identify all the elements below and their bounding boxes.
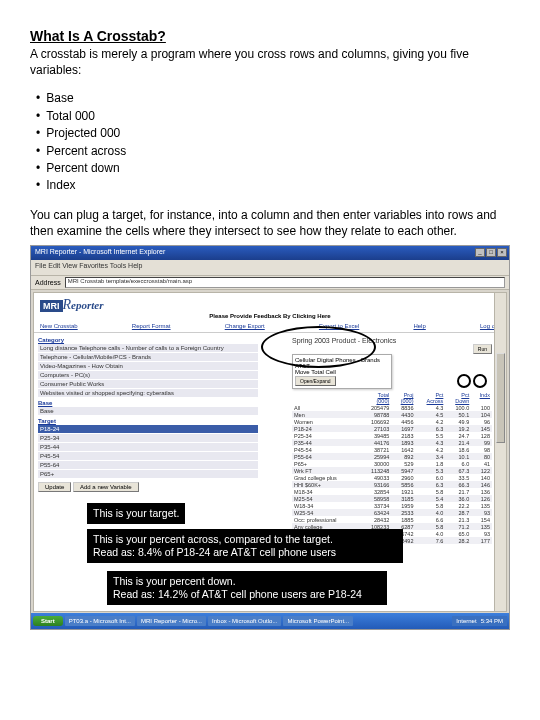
system-tray[interactable]: Internet 5:34 PM [452,616,507,626]
nav-link[interactable]: Change Export [225,323,265,332]
table-row: M25-545895831855.436.0126 [292,495,492,502]
target-row[interactable]: P35-44 [38,443,258,451]
table-cell: 19.2 [445,425,471,432]
target-row[interactable]: P25-34 [38,434,258,442]
table-cell: 63424 [359,509,391,516]
table-row: HHI $60K+9316658566.366.3146 [292,481,492,488]
table-cell: Women [292,418,359,425]
taskbar-item[interactable]: Microsoft PowerPoint... [283,616,353,626]
target-header: Target [38,418,258,424]
run-button[interactable]: Run [473,344,492,354]
nav-link[interactable]: Help [413,323,425,332]
tray-clock: 5:34 PM [481,618,503,624]
ie-menu[interactable]: File Edit View Favorites Tools Help [31,260,509,276]
table-cell: 6.6 [415,516,445,523]
table-cell: 128 [471,432,492,439]
table-cell: 1642 [391,446,415,453]
add-variable-button[interactable]: Add a new Variable [73,482,139,492]
nav-link[interactable]: Report Format [132,323,171,332]
taskbar-item[interactable]: Inbox - Microsoft Outlo... [208,616,281,626]
close-button[interactable]: × [497,248,507,257]
popup-line: Move Total Cell [295,369,389,375]
feedback-link[interactable]: Please Provide Feedback By Clicking Here [34,313,506,319]
table-cell: 33.5 [445,474,471,481]
table-row: P25-343948521835.524.7128 [292,432,492,439]
table-cell: 44176 [359,439,391,446]
table-cell: 140 [471,474,492,481]
hover-popup: Cellular Digital Phones - Brands AT&T Mo… [292,354,392,389]
window-title: MRI Reporter - Microsoft Internet Explor… [35,248,165,255]
table-cell: 65.0 [445,530,471,537]
table-row: P65+300005291.86.041 [292,460,492,467]
table-cell: 4.0 [415,530,445,537]
list-item: Percent across [36,143,510,160]
table-cell: 135 [471,523,492,530]
callout-percent-across: This is your percent across, compared to… [87,529,403,563]
table-cell: 49033 [359,474,391,481]
category-row[interactable]: Consumer Public Works [38,380,258,388]
table-cell: M25-54 [292,495,359,502]
table-cell: 5.3 [415,467,445,474]
nav-link[interactable]: Export to Excel [319,323,359,332]
table-cell: 136 [471,488,492,495]
category-row[interactable]: Video-Magazines - How Obtain [38,362,258,370]
table-cell: 96 [471,418,492,425]
table-cell: 205479 [359,404,391,411]
table-cell: 66.3 [445,481,471,488]
address-input[interactable]: MRI Crosstab template/execcrosstab/main.… [65,277,505,288]
table-cell: 67.3 [445,467,471,474]
start-button[interactable]: Start [33,616,63,626]
table-cell: Wrk FT [292,467,359,474]
table-cell: 2960 [391,474,415,481]
intro-text: A crosstab is merely a program where you… [30,46,510,78]
app-content: MRIReporter Please Provide Feedback By C… [33,292,507,612]
table-cell: 24.7 [445,432,471,439]
category-row[interactable]: Telephone - Cellular/Mobile/PCS - Brands [38,353,258,361]
maximize-button[interactable]: □ [486,248,496,257]
nav-link[interactable]: New Crosstab [40,323,78,332]
app-logo: MRIReporter [40,297,103,313]
table-row: M18-343285419215.821.7136 [292,488,492,495]
table-cell: 36.0 [445,495,471,502]
target-row[interactable]: P45-54 [38,452,258,460]
table-cell: 28.2 [445,537,471,544]
table-cell: P55-64 [292,453,359,460]
category-row[interactable]: Websites visited or shopped specifying: … [38,389,258,397]
callout-text: This is your target. [93,507,179,519]
scrollbar[interactable] [494,293,506,611]
category-row[interactable]: Computers - PC(s) [38,371,258,379]
taskbar-item[interactable]: MRI Reporter - Micro... [137,616,206,626]
table-cell: 106692 [359,418,391,425]
table-cell: P25-34 [292,432,359,439]
page-title: What Is A Crosstab? [30,28,510,44]
table-cell: 21.3 [445,516,471,523]
table-cell: 4.3 [415,439,445,446]
table-cell: 28.7 [445,509,471,516]
popup-expand-button[interactable]: Open/Expand [295,376,336,386]
table-cell: 8836 [391,404,415,411]
table-cell: 1893 [391,439,415,446]
scrollbar-thumb[interactable] [496,353,505,443]
base-row[interactable]: Base [38,407,258,415]
category-row[interactable]: Long distance Telephone calls - Number o… [38,344,258,352]
table-cell: 135 [471,502,492,509]
table-cell: 4.5 [415,411,445,418]
target-row[interactable]: P65+ [38,470,258,478]
update-button[interactable]: Update [38,482,71,492]
target-row[interactable]: P18-24 [38,425,258,433]
table-cell: P18-24 [292,425,359,432]
table-cell: 1959 [391,502,415,509]
table-cell: 39485 [359,432,391,439]
target-row[interactable]: P55-64 [38,461,258,469]
table-cell: P45-54 [292,446,359,453]
table-cell: 100 [471,404,492,411]
callout-text: Read as: 14.2% of AT&T cell phone users … [113,588,362,600]
minimize-button[interactable]: _ [475,248,485,257]
table-cell: 4.0 [415,509,445,516]
callout-target: This is your target. [87,503,185,524]
callout-text: This is your percent across, compared to… [93,533,333,545]
taskbar-item[interactable]: PT03.a - Microsoft Int... [65,616,135,626]
table-cell: All [292,404,359,411]
table-cell: 93 [471,530,492,537]
table-cell: Grad college plus [292,474,359,481]
